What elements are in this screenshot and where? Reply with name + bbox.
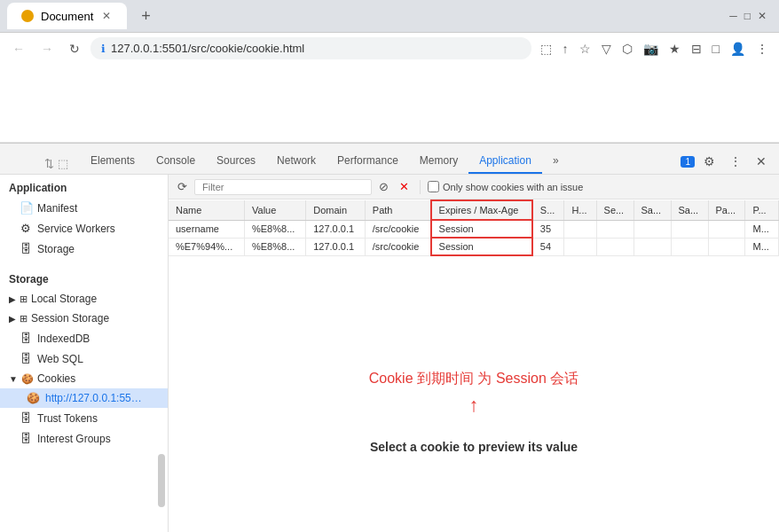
new-tab-button[interactable]: + [134, 4, 158, 29]
bookmark-icon[interactable]: ☆ [576, 38, 594, 59]
cell-p-1: M... [745, 220, 779, 238]
col-se: Se... [596, 200, 633, 220]
cell-value-1: %E8%8... [245, 220, 306, 238]
maximize-btn[interactable]: □ [744, 10, 751, 22]
more-btn[interactable]: ⋮ [724, 153, 747, 170]
clear-cookies-btn[interactable]: ⊘ [375, 178, 392, 195]
col-expires: Expires / Max-Age [431, 200, 532, 220]
close-devtools-btn[interactable]: ✕ [751, 153, 772, 170]
cookie-toolbar: ⟳ ⊘ ✕ Only show cookies with an issue [169, 175, 779, 200]
cast-icon[interactable]: ⬚ [537, 38, 555, 59]
col-s: S... [532, 200, 564, 220]
local-storage-icon: ⊞ [20, 293, 28, 305]
url-text: 127.0.0.1:5501/src/cookie/cookie.html [111, 42, 304, 55]
preview-text: Select a cookie to preview its value [370, 440, 578, 454]
tab-network[interactable]: Network [266, 149, 327, 174]
profile-icon[interactable]: 👤 [727, 38, 749, 59]
only-issue-checkbox[interactable] [428, 181, 439, 192]
cell-value-2: %E8%8... [245, 238, 306, 255]
tab-application[interactable]: Application [468, 149, 542, 174]
share-icon[interactable]: ↑ [559, 38, 572, 59]
tab-elements[interactable]: Elements [80, 149, 146, 174]
cell-domain-1: 127.0.0.1 [306, 220, 366, 238]
devtools-tabs: ⇅ ⬚ Elements Console Sources Network Per… [0, 144, 779, 175]
puzzle-icon[interactable]: ★ [665, 38, 684, 59]
sidebar-cookies-group[interactable]: ▼ 🍪 Cookies [0, 369, 168, 388]
table-row[interactable]: %E7%94%... %E8%8... 127.0.0.1 /src/cooki… [169, 238, 779, 255]
sidebar-item-manifest[interactable]: 📄 Manifest [0, 198, 168, 218]
sidebar-interest-groups-label: Interest Groups [37, 433, 111, 445]
cookie-origin-icon: 🍪 [27, 392, 40, 404]
cookie-table-section: Name Value Domain Path Expires / Max-Age… [169, 200, 779, 256]
sidebar-scrollbar[interactable] [158, 454, 165, 507]
tab-close-btn[interactable]: ✕ [100, 8, 113, 24]
tab-memory[interactable]: Memory [409, 149, 468, 174]
table-row[interactable]: username %E8%8... 127.0.0.1 /src/cookie … [169, 220, 779, 238]
cell-pa-2 [708, 238, 745, 255]
toolbar-separator [420, 180, 421, 194]
cancel-filter-btn[interactable]: ✕ [396, 178, 413, 195]
cell-expires-1: Session [431, 220, 532, 238]
devtools-undock-icon[interactable]: ⬚ [58, 157, 68, 170]
sidebar-cookie-origin[interactable]: 🍪 http://127.0.0.1:5501 [0, 388, 168, 408]
tab-performance[interactable]: Performance [327, 149, 409, 174]
browser-tab[interactable]: Document ✕ [7, 3, 127, 29]
cell-sa-2 [633, 238, 671, 255]
sidebar-storage-title: Storage [0, 266, 168, 289]
sidebar-indexeddb[interactable]: 🗄 IndexedDB [0, 328, 168, 348]
tab-favicon [21, 10, 34, 22]
col-value: Value [245, 200, 306, 220]
annotation-text: Cookie 到期时间 为 Session 会话 [369, 370, 579, 388]
filter-icon[interactable]: ▽ [598, 38, 615, 59]
settings-btn[interactable]: ⚙ [698, 153, 720, 170]
cookies-group-icon: 🍪 [21, 373, 34, 385]
cell-sa2-1 [671, 220, 708, 238]
menu-icon[interactable]: ⋮ [752, 38, 772, 59]
sidebar-item-service-workers[interactable]: ⚙ Service Workers [0, 218, 168, 239]
cell-domain-2: 127.0.0.1 [306, 238, 366, 255]
websql-icon: 🗄 [20, 352, 32, 365]
manifest-icon: 📄 [20, 201, 32, 215]
tab-console[interactable]: Console [146, 149, 206, 174]
trust-tokens-icon: 🗄 [20, 411, 32, 425]
tab-more[interactable]: » [542, 149, 570, 174]
sidebar-local-storage[interactable]: ▶ ⊞ Local Storage [0, 289, 168, 309]
sidebar-item-storage[interactable]: 🗄 Storage [0, 239, 168, 259]
sidebar-trust-tokens[interactable]: 🗄 Trust Tokens [0, 408, 168, 428]
cell-sa-1 [633, 220, 671, 238]
screenshot-icon[interactable]: ⬡ [618, 38, 636, 59]
devtools-body: Application 📄 Manifest ⚙ Service Workers… [0, 175, 779, 532]
cell-path-2: /src/cookie [365, 238, 430, 255]
sidebar: Application 📄 Manifest ⚙ Service Workers… [0, 175, 169, 532]
sidebar-interest-groups[interactable]: 🗄 Interest Groups [0, 428, 168, 449]
cell-pa-1 [708, 220, 745, 238]
interest-groups-icon: 🗄 [20, 432, 32, 445]
reload-button[interactable]: ↻ [64, 40, 85, 58]
camera-icon[interactable]: 📷 [640, 38, 662, 59]
cookies-table: Name Value Domain Path Expires / Max-Age… [169, 200, 779, 256]
url-field[interactable]: ℹ 127.0.0.1:5501/src/cookie/cookie.html [90, 37, 531, 59]
info-area: Cookie 到期时间 为 Session 会话 ↑ Select a cook… [169, 256, 779, 532]
cell-h-2 [564, 238, 596, 255]
sidebar-session-storage[interactable]: ▶ ⊞ Session Storage [0, 309, 168, 328]
back-button[interactable]: ← [7, 40, 30, 58]
forward-button[interactable]: → [35, 40, 59, 58]
close-window-btn[interactable]: ✕ [758, 10, 767, 22]
sidebar-websql[interactable]: 🗄 Web SQL [0, 348, 168, 369]
col-path: Path [365, 200, 430, 220]
devtools-drag-icon: ⇅ [44, 157, 54, 170]
phone-icon[interactable]: □ [709, 38, 723, 59]
sidebar-websql-label: Web SQL [37, 353, 83, 365]
refresh-cookies-btn[interactable]: ⟳ [174, 178, 191, 195]
tab-sources[interactable]: Sources [206, 149, 266, 174]
cell-se-1 [596, 220, 633, 238]
devtools-panel: ⇅ ⬚ Elements Console Sources Network Per… [0, 143, 779, 532]
filter-input[interactable] [194, 179, 372, 195]
address-bar: ← → ↻ ℹ 127.0.0.1:5501/src/cookie/cookie… [0, 32, 779, 64]
service-workers-icon: ⚙ [20, 222, 32, 235]
minimize-btn[interactable]: ─ [729, 10, 737, 22]
only-issue-label[interactable]: Only show cookies with an issue [428, 181, 583, 192]
table-header: Name Value Domain Path Expires / Max-Age… [169, 200, 779, 220]
save-icon[interactable]: ⊟ [688, 38, 705, 59]
arrow-up: ↑ [469, 394, 479, 417]
